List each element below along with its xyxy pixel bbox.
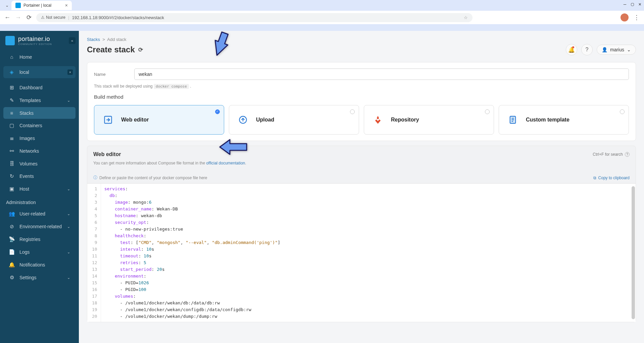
sidebar-logo[interactable]: portainer.io COMMUNITY EDITION « <box>0 31 79 50</box>
sidebar-item-environment-related[interactable]: ⊘Environment-related⌄ <box>3 220 76 233</box>
code-line[interactable]: security_opt: <box>104 219 632 226</box>
url-text: 192.168.1.18:9000/#!/2/docker/stacks/new… <box>72 15 164 20</box>
code-line[interactable]: - /volume1/docker/wekan/db:/data/db:rw <box>104 300 632 306</box>
nav-icon: ⊞ <box>9 85 15 91</box>
close-env-icon[interactable]: × <box>67 69 73 75</box>
nav-icon: 🔔 <box>9 262 15 268</box>
code-line[interactable]: container_name: Wekan-DB <box>104 206 632 212</box>
sidebar-item-label: Networks <box>19 148 39 154</box>
tab-list-dropdown-icon[interactable]: ⌄ <box>3 3 11 8</box>
sidebar-item-registries[interactable]: 📡Registries <box>3 233 76 245</box>
sidebar-item-containers[interactable]: ▢Containers <box>3 119 76 132</box>
code-line[interactable]: hostname: wekan-db <box>104 212 632 219</box>
sidebar-item-notifications[interactable]: 🔔Notifications <box>3 259 76 271</box>
code-line[interactable]: retries: 5 <box>104 259 632 266</box>
code-line[interactable]: - /volume1/docker/wekan/configdb:/data/c… <box>104 306 632 313</box>
back-icon[interactable]: ← <box>4 14 11 21</box>
build-option-custom-template[interactable]: Custom template <box>499 105 629 135</box>
code-line[interactable]: - PGID=100 <box>104 286 632 293</box>
editor-desc: You can get more information about Compo… <box>93 161 630 165</box>
nav-icon: 👥 <box>9 211 15 217</box>
editor-hint: Ctrl+F for search ? <box>593 152 630 157</box>
sidebar-item-label: Templates <box>19 98 41 103</box>
option-icon <box>236 113 250 127</box>
refresh-page-icon[interactable]: ⟳ <box>138 46 143 53</box>
code-line[interactable]: environment: <box>104 273 632 280</box>
sidebar-item-label: Volumes <box>19 161 38 166</box>
close-icon[interactable]: × <box>65 3 68 8</box>
build-option-upload[interactable]: Upload <box>229 105 359 135</box>
sidebar-item-networks[interactable]: ⚯Networks <box>3 145 76 157</box>
browser-chrome: ⌄ Portainer | local × — ▢ ✕ ← → ⟳ ⚠ Not … <box>0 0 644 31</box>
sidebar-item-volumes[interactable]: 🗄Volumes <box>3 158 76 169</box>
name-input[interactable] <box>134 68 629 80</box>
sidebar-item-images[interactable]: ≣Images <box>3 132 76 144</box>
sidebar-item-logs[interactable]: 📄Logs⌄ <box>3 246 76 258</box>
notifications-button[interactable]: 🔔 <box>566 44 577 55</box>
security-badge[interactable]: ⚠ Not secure <box>41 15 65 20</box>
code-line[interactable]: services: <box>104 186 632 192</box>
editor-placeholder-hint: ⓘ Define or paste the content of your do… <box>93 175 207 181</box>
option-icon <box>101 113 115 127</box>
docker-icon: ◈ <box>9 69 15 75</box>
sidebar-item-host[interactable]: ▣Host⌄ <box>3 183 76 195</box>
sidebar-item-label: Events <box>19 174 34 179</box>
sidebar-section-admin: Administration <box>0 196 79 207</box>
code-line[interactable]: db: <box>104 192 632 199</box>
question-icon[interactable]: ? <box>625 152 630 157</box>
scrollbar[interactable] <box>632 186 635 319</box>
sidebar-item-events[interactable]: ↻Events <box>3 170 76 182</box>
code-line[interactable]: - no-new-privileges:true <box>104 226 632 233</box>
sidebar-item-templates[interactable]: ✎Templates⌄ <box>3 94 76 106</box>
forward-icon[interactable]: → <box>15 14 21 21</box>
editor-card: Web editor Ctrl+F for search ? You can g… <box>87 146 636 322</box>
sidebar-item-stacks[interactable]: ≡Stacks <box>3 107 76 119</box>
close-window-icon[interactable]: ✕ <box>639 1 641 7</box>
sidebar-item-label: Logs <box>19 249 30 255</box>
code-line[interactable]: start_period: 20s <box>104 266 632 273</box>
help-button[interactable]: ? <box>581 44 593 55</box>
header-actions: 🔔 ? 👤 marius ⌄ <box>566 44 636 55</box>
sidebar-item-label: Settings <box>19 275 37 280</box>
code-body[interactable]: services: db: image: mongo:6 container_n… <box>101 184 636 322</box>
code-line[interactable]: - /volume1/docker/wekan/dump:/dump:rw <box>104 313 632 320</box>
sidebar: portainer.io COMMUNITY EDITION « ⌂ Home … <box>0 31 79 343</box>
sidebar-item-settings[interactable]: ⚙Settings⌄ <box>3 272 76 284</box>
refresh-icon[interactable]: ⟳ <box>26 14 32 21</box>
nav-icon: ▣ <box>9 186 15 192</box>
name-card: Name This stack will be deployed using d… <box>87 62 636 141</box>
maximize-icon[interactable]: ▢ <box>631 1 634 7</box>
sidebar-item-user-related[interactable]: 👥User-related⌄ <box>3 208 76 220</box>
nav-icon: ▢ <box>9 122 15 129</box>
copy-to-clipboard[interactable]: ⧉ Copy to clipboard <box>593 175 630 181</box>
sidebar-item-label: Stacks <box>19 110 34 116</box>
code-line[interactable]: test: ["CMD", "mongosh", "--eval", "db.a… <box>104 239 632 246</box>
radio-indicator <box>350 109 355 114</box>
profile-avatar[interactable] <box>621 13 629 21</box>
docs-link[interactable]: official documentation <box>206 161 245 165</box>
code-line[interactable]: volumes: <box>104 293 632 300</box>
code-line[interactable]: image: mongo:6 <box>104 199 632 206</box>
minimize-icon[interactable]: — <box>624 1 626 7</box>
code-editor[interactable]: 1234567891011121314151617181920 services… <box>87 183 636 322</box>
code-line[interactable]: timeout: 10s <box>104 253 632 259</box>
menu-icon[interactable]: ⋮ <box>633 14 640 21</box>
build-option-repository[interactable]: Repository <box>364 105 494 135</box>
url-bar[interactable]: ⚠ Not secure | 192.168.1.18:9000/#!/2/do… <box>36 13 473 22</box>
code-line[interactable]: healthcheck: <box>104 233 632 239</box>
sidebar-item-home[interactable]: ⌂ Home <box>3 51 76 63</box>
build-option-web-editor[interactable]: Web editor <box>94 105 224 135</box>
collapse-sidebar-icon[interactable]: « <box>69 37 76 44</box>
nav-icon: ≡ <box>9 110 15 116</box>
breadcrumb-parent[interactable]: Stacks <box>87 37 100 42</box>
sidebar-item-environment[interactable]: ◈ local × <box>3 66 76 78</box>
browser-tab[interactable]: Portainer | local × <box>11 1 72 10</box>
code-line[interactable]: interval: 10s <box>104 246 632 253</box>
code-line[interactable]: - PUID=1026 <box>104 280 632 286</box>
sidebar-item-label: Containers <box>19 123 42 128</box>
sidebar-item-dashboard[interactable]: ⊞Dashboard <box>3 82 76 94</box>
sidebar-item-label: Host <box>19 186 29 192</box>
user-menu[interactable]: 👤 marius ⌄ <box>597 45 636 55</box>
star-icon[interactable]: ☆ <box>464 15 468 20</box>
chevron-down-icon: ⌄ <box>67 276 70 280</box>
